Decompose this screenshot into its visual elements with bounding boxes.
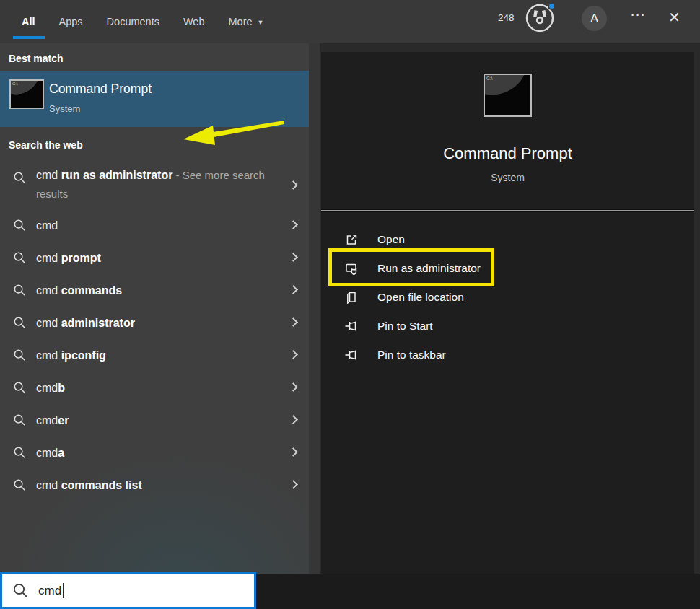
search-input[interactable]: cmd — [0, 572, 256, 609]
taskbar: cmd — [0, 574, 700, 609]
tab-documents[interactable]: Documents — [107, 16, 159, 27]
chevron-right-icon — [289, 350, 298, 359]
search-suggestion[interactable]: cmd — [0, 209, 309, 242]
panel-divider — [321, 209, 694, 212]
action-open[interactable]: Open — [321, 225, 694, 254]
search-icon — [13, 349, 27, 362]
tab-all[interactable]: All — [22, 16, 35, 27]
search-filter-bar: All Apps Documents Web More▼ 248 A ··· ✕ — [0, 0, 700, 43]
preview-app-title: Command Prompt — [321, 144, 694, 163]
search-suggestion[interactable]: cmder — [0, 404, 309, 437]
search-suggestion[interactable]: cmd ipconfig — [0, 339, 309, 372]
search-icon — [13, 478, 27, 492]
close-icon[interactable]: ✕ — [668, 9, 681, 26]
search-icon — [13, 171, 27, 185]
search-suggestion[interactable]: cmd run as administrator - See more sear… — [0, 162, 309, 209]
search-icon — [13, 219, 27, 232]
search-suggestion[interactable]: cmd administrator — [0, 307, 309, 339]
chevron-right-icon — [289, 480, 298, 489]
chevron-right-icon — [289, 415, 298, 424]
search-icon — [13, 316, 27, 330]
run-as-administrator-icon — [344, 261, 359, 276]
panel-gutter — [309, 43, 320, 574]
search-input-value: cmd — [38, 584, 61, 598]
search-suggestion[interactable]: cmd prompt — [0, 242, 309, 274]
web-suggestions-list: cmd run as administrator - See more sear… — [0, 162, 309, 501]
tab-web[interactable]: Web — [183, 16, 205, 27]
best-match-subtitle: System — [49, 103, 80, 114]
app-actions-list: Open Run as administrator Open file loca… — [321, 225, 694, 369]
search-icon — [13, 446, 27, 460]
best-match-title: Command Prompt — [49, 82, 152, 97]
pin-icon — [344, 319, 359, 333]
command-prompt-icon-large: C:\ — [484, 74, 532, 117]
active-tab-underline — [13, 36, 45, 39]
chevron-right-icon — [289, 285, 298, 294]
chevron-right-icon — [289, 253, 298, 262]
best-match-header: Best match — [9, 53, 63, 64]
search-suggestion[interactable]: cmd commands — [0, 274, 309, 307]
preview-app-subtitle: System — [321, 172, 694, 183]
action-open-file-location[interactable]: Open file location — [321, 283, 694, 312]
action-pin-to-start[interactable]: Pin to Start — [321, 312, 694, 341]
more-options-icon[interactable]: ··· — [628, 9, 649, 21]
chevron-right-icon — [289, 317, 298, 327]
open-file-location-icon — [344, 290, 359, 304]
search-icon — [13, 413, 27, 427]
action-pin-to-taskbar[interactable]: Pin to taskbar — [321, 341, 694, 369]
app-preview-panel: C:\ Command Prompt System Open — [321, 52, 694, 574]
search-icon — [13, 284, 27, 297]
rewards-points-count: 248 — [498, 12, 515, 23]
chevron-right-icon — [289, 447, 298, 457]
search-results-panel: Best match C:\ Command Prompt System Sea… — [0, 43, 309, 574]
search-icon — [13, 381, 27, 395]
command-prompt-icon: C:\ — [9, 79, 44, 109]
search-the-web-header: Search the web — [9, 139, 83, 151]
text-cursor — [63, 583, 64, 598]
chevron-right-icon — [289, 180, 298, 190]
search-suggestion[interactable]: cmdb — [0, 372, 309, 404]
action-run-as-administrator[interactable]: Run as administrator — [321, 254, 694, 283]
best-match-result[interactable]: C:\ Command Prompt System — [0, 71, 309, 127]
pin-icon — [344, 348, 359, 362]
tab-more[interactable]: More▼ — [229, 16, 264, 27]
chevron-down-icon: ▼ — [258, 19, 264, 26]
windows-search-flyout: All Apps Documents Web More▼ 248 A ··· ✕… — [0, 0, 700, 609]
account-avatar[interactable]: A — [582, 6, 607, 31]
chevron-right-icon — [289, 220, 298, 229]
search-icon — [12, 582, 30, 600]
search-suggestion[interactable]: cmd commands list — [0, 469, 309, 501]
notification-dot — [548, 2, 556, 10]
preview-panel-area: C:\ Command Prompt System Open — [320, 43, 700, 574]
open-icon — [344, 232, 359, 247]
search-suggestion[interactable]: cmda — [0, 437, 309, 469]
chevron-right-icon — [289, 382, 298, 392]
tab-apps[interactable]: Apps — [59, 16, 83, 27]
search-icon — [13, 251, 27, 265]
